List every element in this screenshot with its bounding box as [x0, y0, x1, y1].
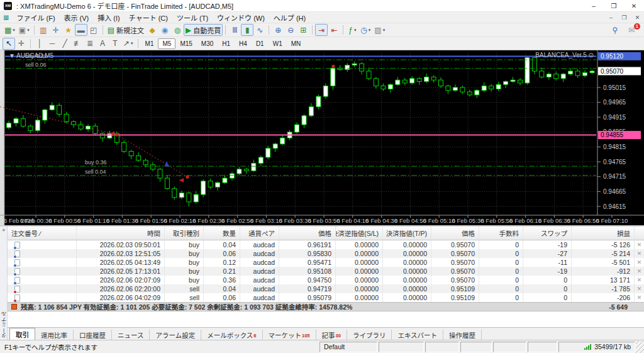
timeframe-m5-button[interactable]: M5 [158, 38, 175, 49]
fibonacci-button[interactable]: ≢ [71, 38, 84, 50]
horizontal-line-button[interactable]: ─ [46, 38, 58, 50]
column-header-7[interactable]: 決済指値(T/P) [383, 227, 431, 240]
market-watch-button[interactable]: ▥ [37, 24, 50, 36]
new-chart-button[interactable]: ▦▾ [3, 24, 17, 36]
column-header-2[interactable]: 取引種別 [165, 227, 204, 240]
order-row[interactable]: 2026.02.05 17:13:01buy0.21audcad0.951080… [8, 267, 644, 276]
timeframe-h1-button[interactable]: H1 [218, 38, 235, 49]
resize-grip[interactable] [636, 341, 644, 353]
tab-experts[interactable]: エキスパート [392, 330, 443, 340]
timeframe-h4-button[interactable]: H4 [235, 38, 252, 49]
menu-item-2[interactable]: 挿入 (I) [93, 12, 124, 23]
toolbar-separator [343, 25, 343, 35]
close-position-button[interactable]: ✕ [635, 276, 644, 284]
column-header-10[interactable]: スワップ [523, 227, 572, 240]
column-header-3[interactable]: 数量 [204, 227, 240, 240]
strategy-tester-button[interactable]: ◰ [87, 24, 100, 36]
tab-journal[interactable]: 操作履歴 [443, 330, 482, 340]
menu-item-5[interactable]: ウィンドウ (W) [213, 12, 269, 23]
order-row[interactable]: 2026.02.06 02:20:00sell0.04audcad0.94719… [8, 284, 644, 293]
order-row[interactable]: 2026.02.05 04:13:49buy0.12audcad0.954710… [8, 258, 644, 267]
maximize-button[interactable]: ❐ [604, 0, 624, 11]
bar-chart-mode-button[interactable]: Ⅲ [228, 24, 241, 36]
menu-item-6[interactable]: ヘルプ (H) [269, 12, 310, 23]
data-window-button[interactable]: ✛ [50, 24, 62, 36]
menu-item-1[interactable]: 表示 (V) [60, 12, 94, 23]
new-order-button[interactable]: ▤新規注文 [106, 24, 146, 36]
close-position-button[interactable]: ✕ [635, 240, 644, 249]
order-row[interactable]: 2026.02.06 04:02:09sell0.06audcad0.95079… [8, 293, 644, 302]
trend-line-button[interactable]: ╱ [58, 38, 71, 50]
line-chart-mode-button[interactable]: ∿ [253, 24, 266, 36]
column-header-1[interactable]: 時間 [77, 227, 165, 240]
text-label-button[interactable]: T [109, 38, 121, 50]
indicators-button[interactable]: ƒ▾ [346, 24, 358, 36]
mql5-community-button[interactable]: ◉ [158, 24, 171, 36]
column-header-4[interactable]: 通貨ペア [240, 227, 279, 240]
menu-item-0[interactable]: ファイル (F) [12, 12, 59, 23]
terminal-close-icon[interactable]: ✕ [2, 228, 6, 233]
child-minimize-button[interactable]: – [604, 14, 618, 21]
timeframe-d1-button[interactable]: D1 [252, 38, 269, 49]
navigator-button[interactable]: ★ [62, 24, 75, 36]
crosshair-button[interactable]: ✛ [15, 38, 28, 50]
column-header-11[interactable]: 損益 [572, 227, 635, 240]
tab-library[interactable]: ライブラリ [347, 330, 392, 340]
order-row[interactable]: 2026.02.03 09:50:01buy0.04audcad0.961910… [8, 240, 644, 249]
column-header-6[interactable]: 決済逆指値(S/L) [336, 227, 383, 240]
tab-exposure[interactable]: 運用比率 [35, 330, 74, 340]
community-chat-button[interactable]: ✉1 [625, 24, 638, 36]
close-position-button[interactable]: ✕ [635, 249, 644, 258]
zoom-out-button[interactable]: ⊖ [284, 24, 297, 36]
profiles-button[interactable]: ▣▾ [17, 24, 31, 36]
arrows-button[interactable]: ↗▾ [121, 38, 135, 50]
timeframe-m1-button[interactable]: M1 [141, 38, 158, 49]
column-header-9[interactable]: 手数料 [479, 227, 523, 240]
tile-windows-button[interactable]: ⊞ [297, 24, 309, 36]
menu-item-4[interactable]: ツール (T) [172, 12, 213, 23]
menu-item-3[interactable]: チャート (C) [125, 12, 172, 23]
order-row[interactable]: 2026.02.03 12:51:05buy0.06audcad0.958300… [8, 249, 644, 258]
tab-trade[interactable]: 取引 [9, 328, 35, 340]
column-header-5[interactable]: 価格 [279, 227, 336, 240]
templates-button[interactable]: ▨▾ [372, 24, 387, 36]
auto-scroll-button[interactable]: ⇥ [315, 24, 328, 36]
timeframe-m30-button[interactable]: M30 [197, 38, 218, 49]
periods-button[interactable]: ◷▾ [358, 24, 372, 36]
zoom-in-button[interactable]: ⊕ [272, 24, 284, 36]
close-position-button[interactable]: ✕ [635, 258, 644, 267]
terminal-panel-button[interactable]: ▬ [75, 24, 87, 36]
chart-area[interactable]: buy 0.21sell 0.06buy 0.36sell 0.040.9501… [0, 50, 644, 225]
candlestick-mode-button[interactable]: ▮ [241, 24, 253, 36]
column-header-8[interactable]: 価格 [431, 227, 479, 240]
close-position-button[interactable]: ✕ [635, 293, 644, 302]
column-header-0[interactable]: 注文番号 ∕ [8, 227, 77, 240]
tab-account-history[interactable]: 口座履歴 [74, 330, 112, 340]
close-position-button[interactable]: ✕ [635, 284, 644, 293]
timeframe-m15-button[interactable]: M15 [175, 38, 196, 49]
vertical-line-button[interactable]: │ [33, 38, 46, 50]
child-restore-button[interactable]: ❐ [618, 14, 631, 21]
tab-articles[interactable]: 記事30 [316, 330, 347, 340]
news-broadcast-button[interactable]: ◍ [171, 24, 184, 36]
price-chart[interactable]: buy 0.21sell 0.06buy 0.36sell 0.040.9501… [0, 50, 644, 225]
autotrading-button[interactable]: ▶自動売買 [184, 24, 223, 36]
timeframe-mn-button[interactable]: MN [287, 38, 306, 49]
timeframe-w1-button[interactable]: W1 [269, 38, 287, 49]
order-row[interactable]: 2026.02.06 02:07:09buy0.36audcad0.947500… [8, 276, 644, 284]
child-close-button[interactable]: ✕ [631, 14, 644, 21]
text-button[interactable]: A [96, 38, 109, 50]
close-position-button[interactable]: ✕ [635, 267, 644, 276]
tab-mailbox[interactable]: メールボックス6 [201, 330, 262, 340]
cursor-button[interactable]: ↖ [3, 38, 15, 50]
metaeditor-button[interactable]: ◆ [146, 24, 158, 36]
equidistant-channel-button[interactable]: ≣ [84, 38, 96, 50]
chart-shift-button[interactable]: ⇤ [328, 24, 340, 36]
tab-alerts[interactable]: アラーム設定 [150, 330, 201, 340]
search-button[interactable]: ⚲ [609, 24, 621, 36]
status-profile[interactable]: Default [319, 342, 377, 352]
tab-market[interactable]: マーケット105 [263, 330, 316, 340]
tab-news[interactable]: ニュース [112, 330, 150, 340]
close-button[interactable]: ✕ [624, 0, 644, 11]
minimize-button[interactable]: – [584, 0, 604, 11]
